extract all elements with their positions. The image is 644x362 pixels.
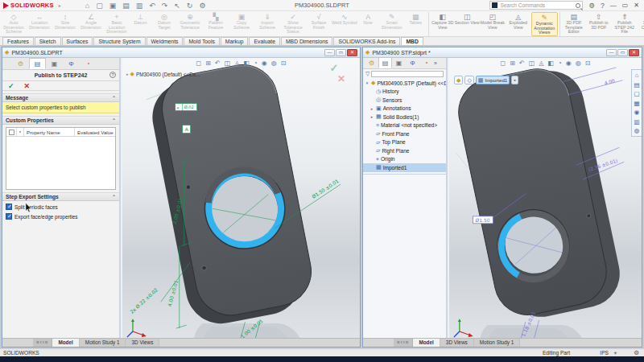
step-export-settings-header[interactable]: Step Export Settings⌃ [2, 192, 119, 201]
document-tab[interactable]: Model [52, 339, 79, 347]
pm-cancel-button[interactable]: ✕ [24, 82, 31, 90]
right-3d-model-view[interactable]: 4.00 Ø1.50 (2.36 ±0.01) 1.18 ±0.01 [449, 58, 642, 338]
command-tab[interactable]: Features [2, 37, 34, 45]
headsup-icon[interactable]: ⊞ [510, 60, 515, 68]
right-window-titlebar[interactable]: ◆ PM304900 STP.sldprt * — ▭ ✕ [363, 47, 642, 58]
left-window-titlebar[interactable]: ◆ PM304900.SLDPRT — ▭ ✕ [2, 47, 360, 58]
ribbon-button[interactable]: ∠ Angle Dimension [78, 12, 104, 36]
ribbon-button[interactable]: + Basic Location Dimension [104, 12, 130, 36]
ribbon-button[interactable]: A Note [357, 12, 379, 36]
options-gear-icon[interactable]: ⚙ [588, 1, 595, 10]
headsup-icon[interactable]: ◫ [529, 60, 535, 68]
close-button[interactable]: ✕ [634, 1, 639, 10]
units-caret-icon[interactable]: ▾ [614, 350, 617, 356]
pm-help-icon[interactable]: ? [109, 72, 116, 78]
quick-access-icon[interactable]: ↶ [149, 1, 155, 10]
headsup-icon[interactable]: ◻ [196, 60, 202, 68]
headsup-icon[interactable]: ◔ [558, 60, 562, 68]
task-pane-icon[interactable]: ◍ [634, 127, 640, 134]
headsup-icon[interactable]: ◧ [243, 60, 250, 68]
ribbon-button[interactable]: ✓ Show Tolerance Status [280, 12, 306, 36]
left-graphics-area[interactable]: ⌖ Ø.02 A 2.00 ±0.01 4.00 ±0.01 2x Ø. [122, 58, 360, 338]
breadcrumb-part-chip[interactable]: ◆ [454, 76, 463, 84]
headsup-icon[interactable]: ↶ [215, 60, 221, 68]
manager-tab[interactable]: ▤ [378, 58, 392, 68]
command-tab[interactable]: MBD Dimensions [281, 37, 333, 45]
tree-item[interactable]: ▸ ▣ Annotations [363, 105, 446, 113]
ribbon-button[interactable]: ↕ Size Dimension [52, 12, 78, 36]
tree-item[interactable]: ▸ ▦ Solid Bodies(1) [363, 113, 446, 121]
search-icon[interactable] [576, 3, 580, 8]
headsup-icon[interactable]: ◉ [262, 60, 267, 68]
status-units[interactable]: IPS [600, 350, 609, 356]
right-win-minimize[interactable]: — [606, 49, 617, 56]
right-win-restore[interactable]: ▭ [617, 49, 628, 56]
export-option-row[interactable]: Export face/edge properties [6, 213, 116, 220]
ribbon-button[interactable]: ✎ Smart Dimension [379, 12, 405, 36]
export-option-row[interactable]: Split periodic faces [6, 204, 116, 210]
left-3d-model-view[interactable]: ⌖ Ø.02 A 2.00 ±0.01 4.00 ±0.01 2x Ø. [122, 58, 360, 338]
pm-ok-button[interactable]: ✓ [8, 82, 14, 90]
command-tab[interactable]: SOLIDWORKS Add-Ins [333, 37, 400, 45]
tree-item[interactable]: ▾ ◆ PM304900.STP (Default) <<Default>_D [363, 79, 446, 88]
headsup-icon[interactable]: ⊡ [585, 60, 591, 68]
tree-item[interactable]: ◎ Sensors [363, 96, 446, 105]
task-pane-icon[interactable]: ▤ [634, 81, 639, 88]
quick-access-icon[interactable]: ↻ [187, 1, 193, 10]
right-graphics-area[interactable]: 4.00 Ø1.50 (2.36 ±0.01) 1.18 ±0.01 [449, 58, 642, 338]
headsup-icon[interactable]: ◍ [576, 60, 581, 68]
quick-access-icon[interactable]: ↷ [162, 1, 168, 10]
manager-tab[interactable]: ▣ [46, 58, 63, 69]
search-commands-box[interactable]: Search Commands [489, 1, 583, 10]
quick-access-icon[interactable]: ▢ [96, 1, 103, 10]
tab-overflow-chevron[interactable]: » [434, 58, 437, 68]
tree-item[interactable]: ⌖ Origin [363, 155, 446, 164]
ribbon-button[interactable]: ⊕ Geometric Tolerance [177, 12, 203, 36]
headsup-icon[interactable]: ◬ [539, 60, 543, 68]
ribbon-button[interactable]: ◬ Exploded View [506, 12, 531, 36]
manager-tab[interactable]: Φ [63, 58, 80, 69]
manager-tab[interactable]: Φ [406, 58, 419, 68]
manager-tab[interactable]: ▤ [29, 58, 46, 69]
headsup-icon[interactable]: ⊞ [205, 60, 211, 68]
ribbon-button[interactable]: ▣ Copy Scheme [229, 12, 254, 36]
tree-item[interactable]: ▱ Front Plane [363, 130, 446, 138]
message-group-header[interactable]: Message⌃ [2, 93, 119, 102]
document-tab[interactable]: Motion Study 1 [80, 339, 126, 347]
headsup-icon[interactable]: ◧ [547, 60, 554, 68]
document-tab[interactable]: 3D Views [440, 339, 474, 347]
expand-arrow-icon[interactable]: ▸ [369, 114, 374, 119]
command-tab[interactable]: Structure System [93, 37, 145, 45]
manager-tab[interactable]: ▣ [392, 58, 406, 68]
custom-properties-table[interactable]: * Property Name Evaluated Value [6, 127, 116, 190]
headsup-icon[interactable]: ⊡ [281, 60, 287, 68]
feature-breadcrumb[interactable]: ▸ ◆ PM304900 (Default) <<De... [126, 71, 200, 77]
task-pane-icon[interactable]: ◉ [634, 109, 640, 116]
expand-arrow-icon[interactable]: ▾ [365, 80, 369, 85]
ribbon-button[interactable]: ▤ 3D PDF Template Editor [559, 12, 586, 36]
manager-tab[interactable]: ◔ [419, 58, 433, 68]
task-pane-icon[interactable]: ▦ [634, 100, 639, 107]
command-tab[interactable]: Mold Tools [184, 37, 219, 45]
ribbon-button[interactable]: ∿ Weld Symbol [332, 12, 357, 36]
headsup-icon[interactable]: ◬ [234, 60, 239, 68]
checked-checkbox[interactable] [6, 204, 12, 210]
ribbon-button[interactable]: ▚ Pattern Feature [203, 12, 229, 36]
command-tab[interactable]: Surfaces [62, 37, 93, 45]
task-pane-icon[interactable]: ⌂ [635, 72, 639, 79]
tree-item[interactable]: ▩ Imported1 [363, 163, 446, 172]
command-tab[interactable]: Evaluate [249, 37, 279, 45]
tree-item[interactable]: ◷ History [363, 88, 446, 97]
ribbon-button[interactable]: ⇓ Import Scheme [254, 12, 280, 36]
command-tab[interactable]: Sketch [35, 37, 61, 45]
confirmation-corner[interactable]: ✓ ✕ [318, 63, 350, 84]
document-tab[interactable]: 3D Views [126, 339, 159, 347]
quick-access-icon[interactable]: ↖ [174, 1, 180, 10]
ribbon-button[interactable]: ✎ Dynamic Annotation Views [531, 12, 558, 36]
quick-access-icon[interactable]: ⚙ [199, 1, 205, 10]
manager-tab[interactable]: ⚙ [365, 58, 378, 68]
headsup-icon[interactable]: ◍ [271, 60, 277, 68]
tree-item[interactable]: ▱ Right Plane [363, 146, 446, 155]
breadcrumb-feature-chip[interactable]: ▩ Imported1 [476, 76, 510, 84]
left-win-minimize[interactable]: — [324, 49, 335, 56]
